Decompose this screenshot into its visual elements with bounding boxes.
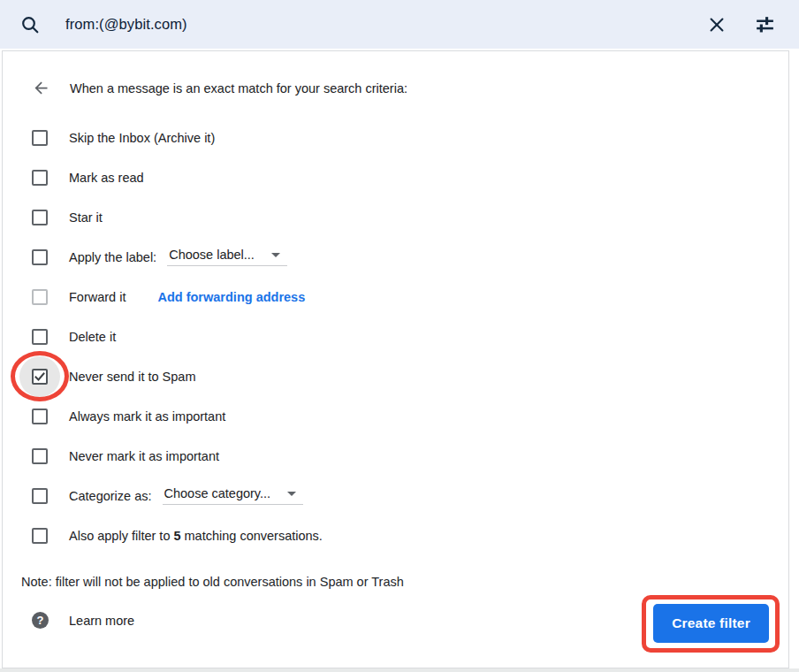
checkbox-never-important[interactable] <box>32 448 48 464</box>
row-label: Skip the Inbox (Archive it) <box>69 131 215 145</box>
row-skip-inbox: Skip the Inbox (Archive it) <box>3 118 788 157</box>
checkbox-mark-read[interactable] <box>32 170 48 186</box>
dropdown-arrow-icon <box>287 492 296 496</box>
checkbox-always-important[interactable] <box>32 409 48 424</box>
learn-more-label: Learn more <box>69 614 134 628</box>
row-star-it: Star it <box>3 197 788 237</box>
checkbox-skip-inbox[interactable] <box>32 130 48 146</box>
add-forwarding-address-link[interactable]: Add forwarding address <box>157 290 305 304</box>
note-text: Note: filter will not be applied to old … <box>21 575 404 589</box>
dropdown-arrow-icon <box>271 253 280 257</box>
checkbox-forward[interactable] <box>32 289 48 305</box>
row-always-important: Always mark it as important <box>3 396 788 436</box>
row-label: Categorize as: <box>69 489 152 503</box>
row-categorize-as: Categorize as: Choose category... <box>3 476 788 515</box>
row-apply-to-existing: Also apply filter to 5 matching conversa… <box>3 515 788 555</box>
checkbox-star[interactable] <box>32 210 48 225</box>
filter-options-panel: When a message is an exact match for you… <box>2 50 789 668</box>
row-label-prefix: Also apply filter to <box>69 529 170 543</box>
help-icon: ? <box>32 612 49 629</box>
bottom-edge-strip <box>0 668 799 672</box>
row-label: Mark as read <box>69 171 144 185</box>
row-label: Always mark it as important <box>69 409 225 424</box>
row-label-suffix: matching conversations. <box>185 529 323 543</box>
create-filter-button[interactable]: Create filter <box>653 604 769 643</box>
back-arrow-icon[interactable] <box>32 79 50 97</box>
dropdown-value: Choose label... <box>169 248 255 262</box>
search-icon[interactable] <box>19 14 41 35</box>
filter-action-rows: Skip the Inbox (Archive it) Mark as read… <box>3 118 788 555</box>
search-options-icon[interactable] <box>754 13 776 35</box>
row-label: Delete it <box>69 330 116 344</box>
checkbox-apply-existing[interactable] <box>32 528 48 544</box>
choose-category-dropdown[interactable]: Choose category... <box>163 486 304 505</box>
search-bar: from:(@bybit.com) <box>0 0 799 49</box>
row-never-spam: Never send it to Spam <box>3 356 788 396</box>
row-delete-it: Delete it <box>3 317 788 356</box>
checkbox-delete[interactable] <box>32 329 48 345</box>
dialog-header: When a message is an exact match for you… <box>32 79 407 97</box>
learn-more-link[interactable]: ? Learn more <box>32 612 134 629</box>
row-label: Never mark it as important <box>69 449 219 463</box>
row-label: Never send it to Spam <box>69 370 195 384</box>
clear-search-icon[interactable] <box>707 15 727 34</box>
row-mark-read: Mark as read <box>3 157 788 197</box>
search-input[interactable]: from:(@bybit.com) <box>65 16 187 33</box>
checkbox-never-spam[interactable] <box>32 369 48 385</box>
row-apply-label: Apply the label: Choose label... <box>3 237 788 277</box>
dropdown-value: Choose category... <box>164 486 271 500</box>
matching-count: 5 <box>173 529 180 543</box>
checkbox-categorize[interactable] <box>32 488 48 504</box>
row-forward-it: Forward it Add forwarding address <box>3 277 788 317</box>
row-label: Star it <box>69 210 103 225</box>
row-never-important: Never mark it as important <box>3 436 788 476</box>
dialog-title: When a message is an exact match for you… <box>70 81 407 95</box>
choose-label-dropdown[interactable]: Choose label... <box>167 248 287 266</box>
checkmark-icon <box>34 370 46 383</box>
checkbox-apply-label[interactable] <box>32 249 48 265</box>
row-label: Forward it <box>69 290 126 304</box>
row-label: Apply the label: <box>69 250 156 264</box>
